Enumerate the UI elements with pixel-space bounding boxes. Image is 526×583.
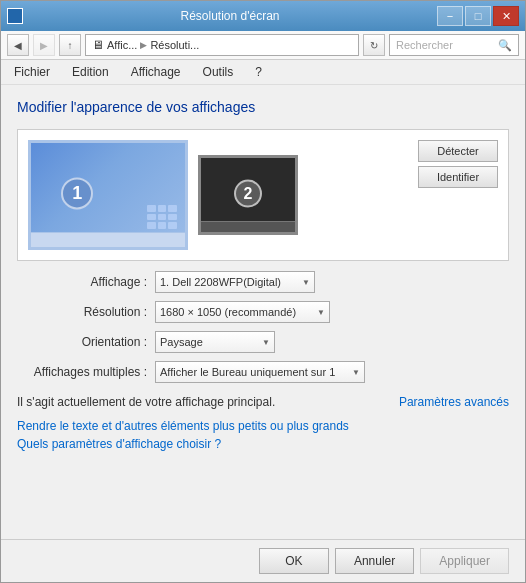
search-icon: 🔍: [498, 39, 512, 52]
monitor-1-number: 1: [61, 177, 93, 209]
cancel-button[interactable]: Annuler: [335, 548, 414, 574]
back-button[interactable]: ◀: [7, 34, 29, 56]
search-box[interactable]: Rechercher 🔍: [389, 34, 519, 56]
path-part1: Affic...: [107, 39, 137, 51]
path-part2: Résoluti...: [150, 39, 199, 51]
window-icon: [7, 8, 23, 24]
info-row: Il s'agit actuellement de votre affichag…: [17, 395, 509, 409]
identify-button[interactable]: Identifier: [418, 166, 498, 188]
maximize-button[interactable]: □: [465, 6, 491, 26]
label-orientation: Orientation :: [17, 335, 147, 349]
path-arrow1: ▶: [140, 40, 147, 50]
form-row-orientation: Orientation : Paysage ▼: [17, 331, 509, 353]
links-section: Rendre le texte et d'autres éléments plu…: [17, 419, 509, 451]
select-orientation-value: Paysage: [160, 336, 203, 348]
form-row-multi: Affichages multiples : Afficher le Burea…: [17, 361, 509, 383]
title-bar-controls: − □ ✕: [437, 6, 519, 26]
form-row-resolution: Résolution : 1680 × 1050 (recommandé) ▼: [17, 301, 509, 323]
menu-bar: Fichier Edition Affichage Outils ?: [1, 60, 525, 85]
main-window: Résolution d'écran − □ ✕ ◀ ▶ ↑ 🖥 Affic..…: [0, 0, 526, 583]
monitor-1-grid-icon: [147, 205, 177, 229]
monitor-1[interactable]: 1: [28, 140, 188, 250]
up-button[interactable]: ↑: [59, 34, 81, 56]
forward-button[interactable]: ▶: [33, 34, 55, 56]
monitor-area: 1 2 Détecter Identifier: [17, 129, 509, 261]
monitor-2-number: 2: [234, 180, 262, 208]
close-button[interactable]: ✕: [493, 6, 519, 26]
address-path: 🖥 Affic... ▶ Résoluti...: [85, 34, 359, 56]
label-affichage: Affichage :: [17, 275, 147, 289]
ok-button[interactable]: OK: [259, 548, 329, 574]
select-resolution[interactable]: 1680 × 1050 (recommandé) ▼: [155, 301, 330, 323]
form-section: Affichage : 1. Dell 2208WFP(Digital) ▼ R…: [17, 271, 509, 383]
refresh-button[interactable]: ↻: [363, 34, 385, 56]
label-resolution: Résolution :: [17, 305, 147, 319]
menu-fichier[interactable]: Fichier: [7, 62, 57, 82]
monitor-2[interactable]: 2: [198, 155, 298, 235]
search-placeholder: Rechercher: [396, 39, 495, 51]
select-resolution-value: 1680 × 1050 (recommandé): [160, 306, 296, 318]
apply-button[interactable]: Appliquer: [420, 548, 509, 574]
minimize-button[interactable]: −: [437, 6, 463, 26]
menu-help[interactable]: ?: [248, 62, 269, 82]
select-affichage[interactable]: 1. Dell 2208WFP(Digital) ▼: [155, 271, 315, 293]
path-icon: 🖥: [92, 38, 104, 52]
select-multi-arrow: ▼: [352, 368, 360, 377]
main-content: Modifier l'apparence de vos affichages 1…: [1, 85, 525, 539]
label-multi: Affichages multiples :: [17, 365, 147, 379]
select-orientation-arrow: ▼: [262, 338, 270, 347]
select-orientation[interactable]: Paysage ▼: [155, 331, 275, 353]
buttons-row: OK Annuler Appliquer: [1, 539, 525, 582]
menu-outils[interactable]: Outils: [196, 62, 241, 82]
monitor-buttons: Détecter Identifier: [418, 140, 498, 188]
select-resolution-arrow: ▼: [317, 308, 325, 317]
detect-button[interactable]: Détecter: [418, 140, 498, 162]
title-bar: Résolution d'écran − □ ✕: [1, 1, 525, 31]
select-multi[interactable]: Afficher le Bureau uniquement sur 1 ▼: [155, 361, 365, 383]
menu-affichage[interactable]: Affichage: [124, 62, 188, 82]
menu-edition[interactable]: Edition: [65, 62, 116, 82]
page-title: Modifier l'apparence de vos affichages: [17, 99, 509, 115]
advanced-link[interactable]: Paramètres avancés: [399, 395, 509, 409]
info-text: Il s'agit actuellement de votre affichag…: [17, 395, 275, 409]
link-settings[interactable]: Quels paramètres d'affichage choisir ?: [17, 437, 509, 451]
select-affichage-arrow: ▼: [302, 278, 310, 287]
window-title: Résolution d'écran: [23, 9, 437, 23]
select-affichage-value: 1. Dell 2208WFP(Digital): [160, 276, 281, 288]
form-row-affichage: Affichage : 1. Dell 2208WFP(Digital) ▼: [17, 271, 509, 293]
address-bar: ◀ ▶ ↑ 🖥 Affic... ▶ Résoluti... ↻ Recherc…: [1, 31, 525, 60]
monitors-container: 1 2: [28, 140, 408, 250]
link-text-size[interactable]: Rendre le texte et d'autres éléments plu…: [17, 419, 509, 433]
select-multi-value: Afficher le Bureau uniquement sur 1: [160, 366, 335, 378]
